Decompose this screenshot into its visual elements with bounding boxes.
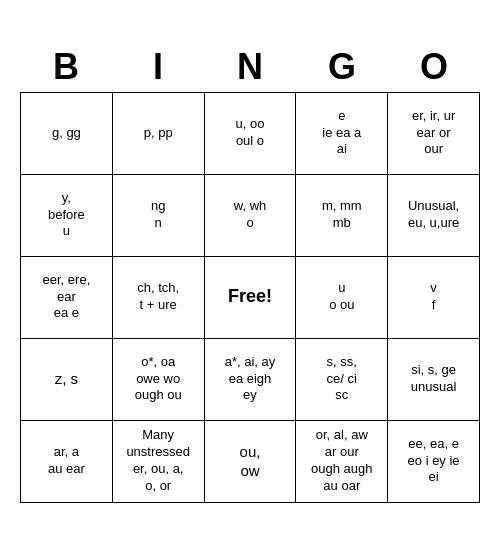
bingo-cell-r2-c2: Free!	[205, 257, 297, 339]
bingo-grid: g, ggp, ppu, oooul oeie ea aaier, ir, ur…	[20, 92, 480, 503]
bingo-cell-r3-c3: s, ss,ce/ cisc	[296, 339, 388, 421]
bingo-cell-r2-c0: eer, ere,earea e	[21, 257, 113, 339]
bingo-cell-r1-c1: ngn	[113, 175, 205, 257]
bingo-cell-r2-c3: uo ou	[296, 257, 388, 339]
bingo-cell-r3-c0: z, s	[21, 339, 113, 421]
bingo-cell-r1-c2: w, who	[205, 175, 297, 257]
header-letter-i: I	[112, 42, 204, 92]
bingo-cell-r1-c3: m, mmmb	[296, 175, 388, 257]
header-letter-b: B	[20, 42, 112, 92]
bingo-cell-r3-c4: si, s, geunusual	[388, 339, 480, 421]
bingo-cell-r3-c1: o*, oaowe woough ou	[113, 339, 205, 421]
bingo-cell-r0-c0: g, gg	[21, 93, 113, 175]
bingo-header: BINGO	[20, 42, 480, 92]
bingo-card: BINGO g, ggp, ppu, oooul oeie ea aaier, …	[20, 42, 480, 503]
bingo-cell-r4-c2: ou,ow	[205, 421, 297, 503]
bingo-cell-r0-c2: u, oooul o	[205, 93, 297, 175]
bingo-cell-r4-c0: ar, aau ear	[21, 421, 113, 503]
bingo-cell-r0-c3: eie ea aai	[296, 93, 388, 175]
bingo-cell-r3-c2: a*, ai, ayea eighey	[205, 339, 297, 421]
bingo-cell-r2-c1: ch, tch,t + ure	[113, 257, 205, 339]
bingo-cell-r4-c1: Manyunstresseder, ou, a,o, or	[113, 421, 205, 503]
header-letter-g: G	[296, 42, 388, 92]
bingo-cell-r2-c4: vf	[388, 257, 480, 339]
bingo-cell-r4-c4: ee, ea, eeo i ey ieei	[388, 421, 480, 503]
bingo-cell-r1-c0: y,beforeu	[21, 175, 113, 257]
bingo-cell-r0-c4: er, ir, urear orour	[388, 93, 480, 175]
bingo-cell-r0-c1: p, pp	[113, 93, 205, 175]
header-letter-n: N	[204, 42, 296, 92]
header-letter-o: O	[388, 42, 480, 92]
bingo-cell-r1-c4: Unusual,eu, u,ure	[388, 175, 480, 257]
bingo-cell-r4-c3: or, al, awar ourough aughau oar	[296, 421, 388, 503]
